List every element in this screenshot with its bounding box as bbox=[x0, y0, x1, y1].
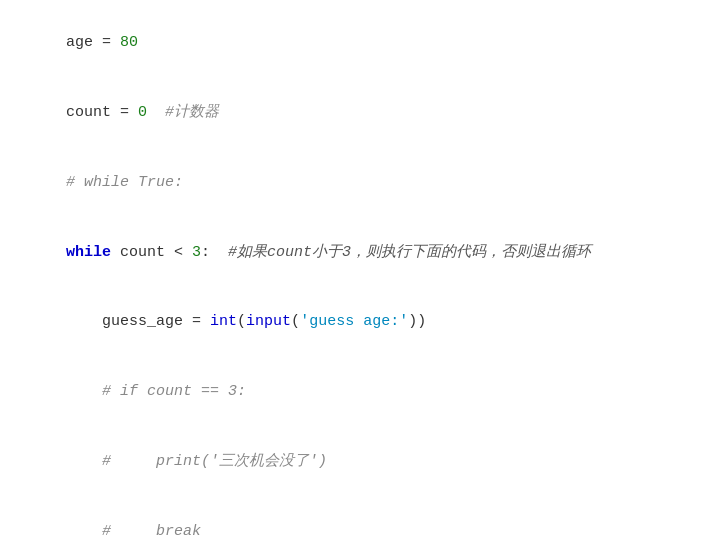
code-line-5: guess_age = int(input('guess age:')) bbox=[8, 287, 710, 357]
code-line-4: while count < 3: #如果count小于3，则执行下面的代码，否则… bbox=[8, 217, 710, 287]
code-line-6: # if count == 3: bbox=[8, 357, 710, 427]
code-line-7: # print('三次机会没了') bbox=[8, 427, 710, 497]
num-80: 80 bbox=[120, 34, 138, 51]
code-line-1: age = 80 bbox=[8, 8, 710, 78]
var-age: age bbox=[66, 34, 93, 51]
code-editor: age = 80 count = 0 #计数器 # while True: wh… bbox=[0, 8, 710, 541]
code-line-8: # break bbox=[8, 496, 710, 541]
code-line-3: # while True: bbox=[8, 148, 710, 218]
code-line-2: count = 0 #计数器 bbox=[8, 78, 710, 148]
